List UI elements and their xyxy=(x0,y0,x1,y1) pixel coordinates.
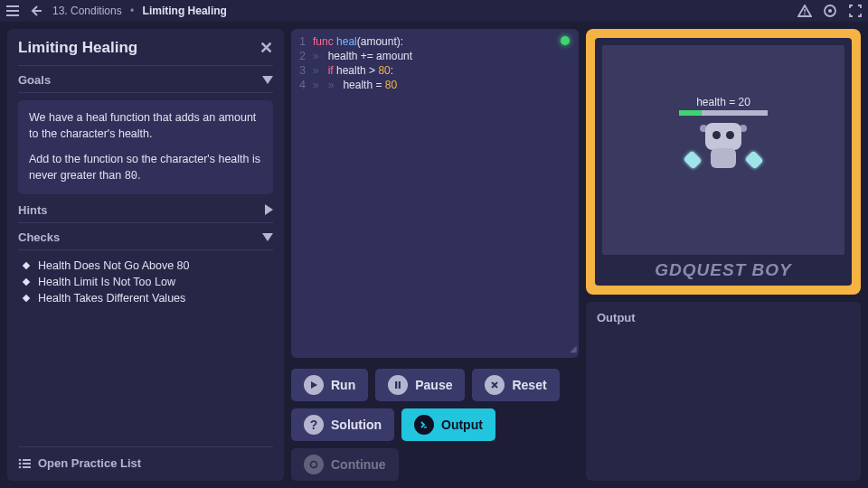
goals-body: We have a heal function that adds an amo… xyxy=(18,100,273,194)
run-button[interactable]: Run xyxy=(291,369,368,401)
breadcrumb: 13. Conditions • Limiting Healing xyxy=(52,5,227,17)
warning-icon[interactable] xyxy=(797,4,812,18)
check-item: Health Does Not Go Above 80 xyxy=(24,258,273,274)
pause-icon xyxy=(388,375,408,395)
breadcrumb-lesson: Limiting Healing xyxy=(143,5,227,17)
solution-button[interactable]: ? Solution xyxy=(291,408,394,441)
character-sprite xyxy=(687,121,760,174)
resize-handle-icon[interactable]: ◢ xyxy=(570,342,577,356)
action-buttons: Run Pause Reset xyxy=(291,369,579,401)
checks-list: Health Does Not Go Above 80 Health Limit… xyxy=(18,254,273,306)
svg-point-6 xyxy=(19,462,22,465)
game-viewport: health = 20 xyxy=(602,45,844,255)
back-icon[interactable] xyxy=(29,4,43,18)
terminal-icon xyxy=(414,415,434,435)
svg-point-4 xyxy=(19,458,22,461)
svg-rect-1 xyxy=(804,9,805,13)
goals-header[interactable]: Goals xyxy=(18,70,273,90)
output-label: Output xyxy=(597,311,636,324)
chevron-down-icon xyxy=(262,76,273,84)
continue-icon xyxy=(304,455,324,474)
checks-header[interactable]: Checks xyxy=(18,227,273,248)
game-viewport-frame: health = 20 GDQUEST BOY xyxy=(586,29,861,295)
output-button[interactable]: Output xyxy=(401,408,495,441)
continue-button: Continue xyxy=(291,448,399,481)
breadcrumb-chapter[interactable]: 13. Conditions xyxy=(52,5,122,17)
svg-point-0 xyxy=(804,14,806,15)
open-practice-list[interactable]: Open Practice List xyxy=(18,446,273,472)
check-item: Health Takes Different Values xyxy=(24,290,273,306)
secondary-buttons: ? Solution Output Continue xyxy=(291,408,579,481)
svg-rect-10 xyxy=(395,381,397,389)
svg-point-3 xyxy=(828,9,832,13)
chevron-right-icon xyxy=(265,204,273,215)
question-icon: ? xyxy=(304,415,324,435)
svg-point-8 xyxy=(19,465,22,468)
svg-rect-5 xyxy=(23,459,31,461)
pause-button[interactable]: Pause xyxy=(375,369,465,401)
close-icon[interactable]: ✕ xyxy=(259,38,273,58)
reset-button[interactable]: Reset xyxy=(472,369,559,401)
svg-rect-11 xyxy=(399,381,401,389)
settings-icon[interactable] xyxy=(823,4,837,18)
status-indicator xyxy=(561,36,570,45)
fullscreen-icon[interactable] xyxy=(848,4,863,18)
code-editor[interactable]: 1func heal(amount):2» health += amount3»… xyxy=(291,29,579,358)
hints-header[interactable]: Hints xyxy=(18,200,273,221)
instructions-panel: Limiting Healing ✕ Goals We have a heal … xyxy=(7,29,284,481)
health-label: health = 20 xyxy=(696,96,750,108)
output-panel: Output xyxy=(586,302,861,481)
play-icon xyxy=(304,375,324,395)
chevron-down-icon xyxy=(262,233,273,241)
viewport-brand: GDQUEST BOY xyxy=(602,255,844,282)
svg-point-13 xyxy=(311,462,317,468)
reset-icon xyxy=(485,375,505,395)
health-bar xyxy=(679,110,768,116)
svg-rect-9 xyxy=(23,466,31,468)
check-item: Health Limit Is Not Too Low xyxy=(24,274,273,290)
list-icon xyxy=(18,458,31,469)
svg-rect-7 xyxy=(23,463,31,465)
lesson-title: Limiting Healing xyxy=(18,39,259,57)
menu-icon[interactable] xyxy=(5,4,20,18)
top-bar: 13. Conditions • Limiting Healing xyxy=(0,0,868,22)
svg-rect-12 xyxy=(424,427,427,428)
